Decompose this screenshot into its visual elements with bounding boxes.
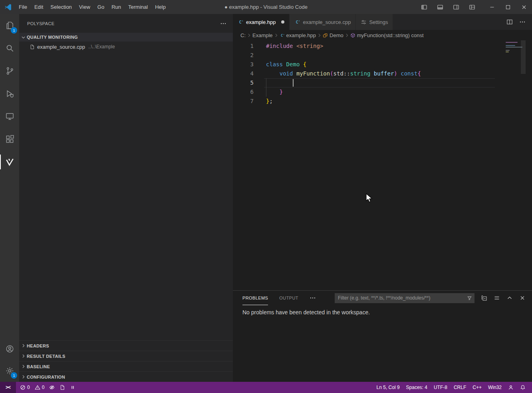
section-baseline[interactable]: BASELINE xyxy=(19,361,233,371)
minimap[interactable] xyxy=(506,42,526,53)
breadcrumb-item-example[interactable]: Example xyxy=(252,32,273,38)
breadcrumb-item-c[interactable]: C: xyxy=(240,32,246,38)
breadcrumb: C:ExampleC+example.hppDemomyFunction(std… xyxy=(233,30,532,40)
panel-tab-problems[interactable]: PROBLEMS xyxy=(242,291,268,305)
activity-run-debug[interactable] xyxy=(0,82,19,105)
bell-icon xyxy=(520,385,526,390)
breadcrumb-separator-icon xyxy=(344,33,349,38)
activity-accounts[interactable] xyxy=(0,338,19,360)
tab-example-source-cpp[interactable]: C+example_source.cpp xyxy=(290,14,356,30)
chevron-up-button[interactable] xyxy=(506,295,513,301)
line-content: } xyxy=(266,87,283,97)
code-line: 5 xyxy=(233,78,532,87)
problems-filter-input[interactable] xyxy=(338,295,467,301)
split-editor-icon[interactable] xyxy=(506,19,513,25)
activity-search[interactable] xyxy=(0,37,19,60)
section-result-details[interactable]: RESULT DETAILS xyxy=(19,351,233,361)
layout-sidebar-right-button[interactable] xyxy=(448,0,464,14)
minimize-button[interactable] xyxy=(484,0,500,14)
activity-polyspace[interactable] xyxy=(0,151,19,173)
breadcrumb-item-example-hpp[interactable]: C+example.hpp xyxy=(280,32,316,38)
collapse-all-button[interactable] xyxy=(481,295,487,301)
remote-indicator[interactable]: >< xyxy=(0,382,16,393)
menu-run[interactable]: Run xyxy=(108,0,125,14)
line-number[interactable]: 3 xyxy=(233,60,254,69)
line-number[interactable]: 4 xyxy=(233,69,254,78)
line-number[interactable]: 1 xyxy=(233,42,254,51)
layout-custom-button[interactable] xyxy=(464,0,480,14)
code-line: 1#include <string> xyxy=(233,42,532,51)
status-warnings-count[interactable]: 0 xyxy=(32,382,47,393)
activity-remote-explorer[interactable] xyxy=(0,105,19,128)
maximize-button[interactable] xyxy=(500,0,516,14)
activity-source-control[interactable] xyxy=(0,60,19,82)
menu-edit[interactable]: Edit xyxy=(31,0,47,14)
status-indentation[interactable]: Spaces: 4 xyxy=(403,382,431,393)
line-number[interactable]: 6 xyxy=(233,87,254,97)
section-configuration[interactable]: CONFIGURATION xyxy=(19,371,233,382)
activity-settings[interactable]: 1 xyxy=(0,360,19,382)
line-content: }; xyxy=(266,97,273,106)
menu-view[interactable]: View xyxy=(75,0,94,14)
status-cursor-position[interactable]: Ln 5, Col 9 xyxy=(373,382,403,393)
status-encoding[interactable]: UTF-8 xyxy=(431,382,451,393)
list-flat-button[interactable] xyxy=(494,295,500,301)
status-notifications[interactable] xyxy=(517,382,529,393)
menu-go[interactable]: Go xyxy=(94,0,108,14)
list-item-example-source[interactable]: example_source.cpp ..\..\Example xyxy=(19,42,233,52)
close-button[interactable] xyxy=(516,0,532,14)
badge: 1 xyxy=(11,372,17,379)
svg-text:C: C xyxy=(281,33,283,37)
ellipsis-icon[interactable] xyxy=(519,19,526,25)
tab-bar-tabs: C+example.hppC+example_source.cppSetting… xyxy=(233,14,393,30)
cpp-file-icon: C+ xyxy=(294,19,300,25)
status-polyspace-visibility[interactable] xyxy=(47,382,57,393)
layout-sidebar-button[interactable] xyxy=(416,0,432,14)
layout-panel-button[interactable] xyxy=(432,0,448,14)
status-errors-count[interactable]: 0 xyxy=(18,382,32,393)
sidebar-actions xyxy=(220,20,226,27)
editor-scrollbar[interactable] xyxy=(521,40,526,74)
settings-sliders-icon xyxy=(361,19,367,25)
editor-group: C+example.hppC+example_source.cppSetting… xyxy=(233,14,532,382)
code-editor[interactable]: 1#include <string>23class Demo {4 void m… xyxy=(233,40,532,290)
line-number[interactable]: 7 xyxy=(233,97,254,106)
menu-terminal[interactable]: Terminal xyxy=(125,0,151,14)
title-bar: FileEditSelectionViewGoRunTerminalHelp ●… xyxy=(0,0,532,14)
tab-example-hpp[interactable]: C+example.hpp xyxy=(233,14,290,30)
section-quality-monitoring[interactable]: QUALITY MONITORING xyxy=(19,33,233,42)
account-icon xyxy=(5,344,14,353)
status-polyspace-file[interactable] xyxy=(57,382,67,393)
status-eol[interactable]: CRLF xyxy=(451,382,469,393)
code-line: 6 } xyxy=(233,87,532,97)
menu-help[interactable]: Help xyxy=(151,0,169,14)
ellipsis-icon[interactable] xyxy=(220,20,226,27)
polyspace-check-icon xyxy=(5,157,14,167)
breadcrumb-item-demo[interactable]: Demo xyxy=(323,32,343,38)
breadcrumb-item-myfunction-std-string-const[interactable]: myFunction(std::string) const xyxy=(350,32,424,38)
section-headers[interactable]: HEADERS xyxy=(19,340,233,351)
status-language-mode[interactable]: C++ xyxy=(469,382,485,393)
panel-tabs: PROBLEMSOUTPUT xyxy=(242,291,310,305)
close-button[interactable] xyxy=(519,295,526,301)
menu-selection[interactable]: Selection xyxy=(47,0,75,14)
line-number[interactable]: 5 xyxy=(233,78,254,87)
eye-off-icon xyxy=(49,385,55,390)
cpp-file-icon: C+ xyxy=(238,19,244,25)
funnel-icon[interactable] xyxy=(467,296,472,301)
activity-extensions[interactable] xyxy=(0,128,19,151)
tab-settings[interactable]: Settings xyxy=(356,14,393,30)
person-icon xyxy=(508,385,514,390)
activity-explorer[interactable]: 1 xyxy=(0,14,19,37)
dirty-indicator[interactable] xyxy=(281,20,284,24)
svg-text:C: C xyxy=(296,20,298,24)
panel-tab-output[interactable]: OUTPUT xyxy=(279,291,298,305)
breadcrumb-separator-icon xyxy=(317,33,322,38)
menu-file[interactable]: File xyxy=(15,0,31,14)
line-content: #include <string> xyxy=(266,42,323,51)
status-platform[interactable]: Win32 xyxy=(485,382,505,393)
line-number[interactable]: 2 xyxy=(233,51,254,60)
status-polyspace-pause[interactable] xyxy=(67,382,78,393)
status-feedback[interactable] xyxy=(505,382,517,393)
panel-overflow-icon[interactable] xyxy=(310,295,316,301)
